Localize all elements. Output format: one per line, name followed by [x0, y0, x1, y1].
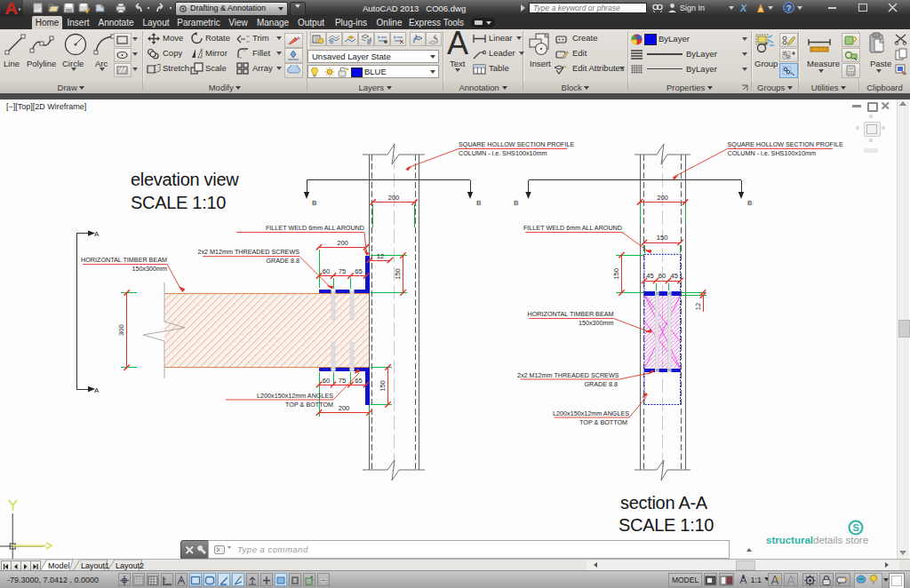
svg-text:S: S	[853, 522, 859, 533]
svg-text:TOP & BOTTOM: TOP & BOTTOM	[285, 401, 333, 409]
svg-text:section A-A: section A-A	[620, 493, 708, 513]
svg-text:60: 60	[659, 272, 666, 280]
svg-text:FILLET WELD 6mm ALL AROUND: FILLET WELD 6mm ALL AROUND	[266, 224, 364, 232]
svg-text:12: 12	[694, 303, 702, 310]
svg-text:TOP & BOTTOM: TOP & BOTTOM	[579, 418, 627, 426]
svg-text:60: 60	[323, 267, 330, 275]
svg-text:200: 200	[337, 239, 348, 247]
svg-text:Model: Model	[48, 561, 70, 570]
svg-text:200: 200	[339, 404, 350, 412]
svg-text:Layout2: Layout2	[116, 561, 144, 570]
svg-text:150: 150	[394, 268, 402, 280]
svg-text:45: 45	[671, 272, 678, 280]
svg-text:A: A	[94, 386, 100, 394]
svg-text:?: ?	[786, 4, 791, 12]
svg-text:FILLET WELD 6mm ALL AROUND: FILLET WELD 6mm ALL AROUND	[523, 224, 622, 232]
svg-text:COLUMN - i.e. SHS100x10mm: COLUMN - i.e. SHS100x10mm	[728, 149, 816, 157]
svg-text:65: 65	[355, 267, 362, 275]
svg-text:200: 200	[388, 194, 400, 202]
svg-text:150x300mm: 150x300mm	[579, 319, 614, 327]
svg-text:GRADE 8.8: GRADE 8.8	[584, 380, 618, 388]
svg-text:2x2 M12mm THREADED SCREWS: 2x2 M12mm THREADED SCREWS	[517, 371, 619, 379]
svg-text:A: A	[94, 230, 100, 238]
svg-text:150: 150	[379, 380, 387, 392]
svg-text:65: 65	[355, 377, 362, 385]
svg-text:B: B	[747, 199, 752, 207]
svg-text:elevation view: elevation view	[131, 170, 239, 189]
svg-text:Layout1: Layout1	[81, 561, 109, 570]
svg-text:2x2 M12mm THREADED SCREWS: 2x2 M12mm THREADED SCREWS	[198, 248, 300, 256]
svg-text:COLUMN - i.e. SHS100x10mm: COLUMN - i.e. SHS100x10mm	[459, 149, 547, 157]
svg-text:structuraldetails store: structuraldetails store	[766, 535, 868, 545]
svg-text:300: 300	[117, 324, 125, 336]
svg-text:150: 150	[657, 234, 668, 242]
svg-text:SQUARE HOLLOW SECTION PROFILE: SQUARE HOLLOW SECTION PROFILE	[728, 140, 843, 148]
svg-text:B: B	[514, 199, 518, 207]
svg-text:HORIZONTAL TIMBER BEAM: HORIZONTAL TIMBER BEAM	[81, 256, 167, 264]
svg-text:HORIZONTAL TIMBER BEAM: HORIZONTAL TIMBER BEAM	[528, 310, 614, 318]
svg-text:150: 150	[612, 268, 620, 280]
svg-text:SCALE 1:10: SCALE 1:10	[131, 193, 226, 212]
svg-text:L200x150x12mm ANGLES: L200x150x12mm ANGLES	[553, 409, 629, 417]
svg-text:L200x150x12mm ANGLES: L200x150x12mm ANGLES	[257, 392, 333, 400]
svg-text:GRADE 8.8: GRADE 8.8	[266, 257, 299, 265]
svg-text:B: B	[312, 199, 316, 207]
svg-text:150x300mm: 150x300mm	[132, 265, 167, 273]
svg-text:75: 75	[339, 267, 346, 275]
svg-text:75: 75	[339, 377, 346, 385]
svg-text:B: B	[476, 199, 481, 207]
svg-text:SCALE 1:10: SCALE 1:10	[619, 515, 714, 535]
svg-text:SQUARE HOLLOW SECTION PROFILE: SQUARE HOLLOW SECTION PROFILE	[459, 140, 574, 148]
svg-text:60: 60	[323, 377, 330, 385]
svg-text:200: 200	[657, 194, 668, 202]
svg-text:45: 45	[646, 272, 653, 280]
svg-text:12: 12	[377, 252, 384, 260]
